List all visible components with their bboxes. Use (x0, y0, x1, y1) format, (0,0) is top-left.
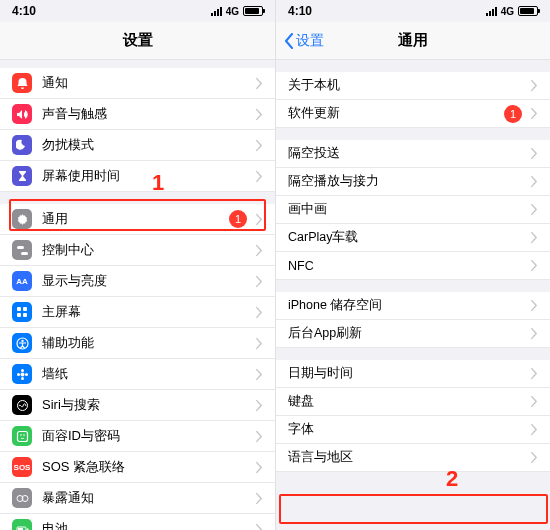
chevron-left-icon (284, 33, 294, 49)
general-row[interactable]: 画中画 (276, 196, 550, 224)
row-label: 勿扰模式 (42, 136, 249, 154)
row-label: 隔空投送 (288, 145, 524, 162)
row-label: 显示与亮度 (42, 272, 249, 290)
row-label: 画中画 (288, 201, 524, 218)
row-label: iPhone 储存空间 (288, 297, 524, 314)
row-label: 辅助功能 (42, 334, 249, 352)
signal-icon (211, 7, 222, 16)
network-label: 4G (226, 6, 239, 17)
row-label: 语言与地区 (288, 449, 524, 466)
chevron-right-icon (255, 523, 263, 531)
chevron-right-icon (530, 367, 538, 380)
chevron-right-icon (530, 231, 538, 244)
row-label: 主屏幕 (42, 303, 249, 321)
row-label: Siri与搜索 (42, 396, 249, 414)
general-row[interactable]: 软件更新1 (276, 100, 550, 128)
chevron-right-icon (255, 275, 263, 288)
back-label: 设置 (296, 32, 324, 50)
status-right: 4G (211, 6, 263, 17)
chevron-right-icon (255, 461, 263, 474)
page-title: 通用 (398, 31, 428, 50)
settings-row[interactable]: AA显示与亮度 (0, 266, 275, 297)
settings-row[interactable]: Siri与搜索 (0, 390, 275, 421)
notification-badge: 1 (504, 105, 522, 123)
general-row[interactable]: NFC (276, 252, 550, 280)
hourglass-icon (12, 166, 32, 186)
flower-icon (12, 364, 32, 384)
general-row[interactable]: 后台App刷新 (276, 320, 550, 348)
settings-row[interactable]: 勿扰模式 (0, 130, 275, 161)
settings-row[interactable]: 通用1 (0, 204, 275, 235)
chevron-right-icon (530, 107, 538, 120)
general-row[interactable]: iPhone 储存空间 (276, 292, 550, 320)
row-label: 隔空播放与接力 (288, 173, 524, 190)
switches-icon (12, 240, 32, 260)
row-label: 后台App刷新 (288, 325, 524, 342)
row-label: 电池 (42, 520, 249, 530)
row-label: 键盘 (288, 393, 524, 410)
notification-badge: 1 (229, 210, 247, 228)
row-label: 通用 (42, 210, 229, 228)
chevron-right-icon (255, 430, 263, 443)
settings-row[interactable]: 屏幕使用时间 (0, 161, 275, 192)
chevron-right-icon (530, 299, 538, 312)
settings-row[interactable]: 暴露通知 (0, 483, 275, 514)
network-label: 4G (501, 6, 514, 17)
settings-row[interactable]: 通知 (0, 68, 275, 99)
settings-row[interactable]: 辅助功能 (0, 328, 275, 359)
row-label: 暴露通知 (42, 489, 249, 507)
row-label: 字体 (288, 421, 524, 438)
row-label: 屏幕使用时间 (42, 167, 249, 185)
chevron-right-icon (530, 423, 538, 436)
settings-row[interactable]: 电池 (0, 514, 275, 530)
settings-row[interactable]: SOSSOS 紧急联络 (0, 452, 275, 483)
volume-icon (12, 104, 32, 124)
battery-icon (518, 6, 538, 16)
chevron-right-icon (255, 170, 263, 183)
row-label: 控制中心 (42, 241, 249, 259)
row-label: 软件更新 (288, 105, 504, 122)
status-bar: 4:10 4G (276, 0, 550, 22)
chevron-right-icon (255, 108, 263, 121)
row-label: 通知 (42, 74, 249, 92)
settings-row[interactable]: 声音与触感 (0, 99, 275, 130)
chevron-right-icon (530, 175, 538, 188)
back-button[interactable]: 设置 (284, 22, 324, 59)
status-bar: 4:10 4G (0, 0, 275, 22)
clock: 4:10 (288, 4, 312, 18)
settings-row[interactable]: 墙纸 (0, 359, 275, 390)
chevron-right-icon (530, 451, 538, 464)
chevron-right-icon (530, 327, 538, 340)
chevron-right-icon (530, 203, 538, 216)
chevron-right-icon (530, 259, 538, 272)
chevron-right-icon (255, 337, 263, 350)
battery-icon (12, 519, 32, 530)
bell-icon (12, 73, 32, 93)
battery-icon (243, 6, 263, 16)
chevron-right-icon (255, 492, 263, 505)
highlight-box-2 (279, 494, 548, 524)
chevron-right-icon (255, 244, 263, 257)
general-row[interactable]: 字体 (276, 416, 550, 444)
general-row[interactable]: 隔空播放与接力 (276, 168, 550, 196)
accessibility-icon (12, 333, 32, 353)
general-row[interactable]: 日期与时间 (276, 360, 550, 388)
settings-row[interactable]: 主屏幕 (0, 297, 275, 328)
settings-screen: 4:10 4G 设置 通知声音与触感勿扰模式屏幕使用时间 通用1控制中心AA显示… (0, 0, 275, 530)
settings-row[interactable]: 控制中心 (0, 235, 275, 266)
chevron-right-icon (530, 395, 538, 408)
general-row[interactable]: 关于本机 (276, 72, 550, 100)
general-row[interactable]: 语言与地区 (276, 444, 550, 472)
settings-row[interactable]: 面容ID与密码 (0, 421, 275, 452)
chevron-right-icon (530, 147, 538, 160)
row-label: SOS 紧急联络 (42, 458, 249, 476)
general-row[interactable]: 隔空投送 (276, 140, 550, 168)
general-row[interactable]: 键盘 (276, 388, 550, 416)
row-label: NFC (288, 259, 524, 273)
general-row[interactable]: CarPlay车载 (276, 224, 550, 252)
page-title: 设置 (123, 31, 153, 50)
signal-icon (486, 7, 497, 16)
navbar: 设置 (0, 22, 275, 60)
status-right: 4G (486, 6, 538, 17)
chevron-right-icon (255, 306, 263, 319)
